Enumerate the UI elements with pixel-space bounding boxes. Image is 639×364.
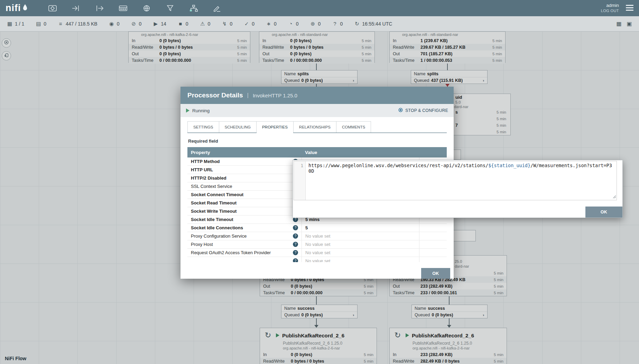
up-to-date-status: ✓ 0 <box>244 21 254 27</box>
not-transmitting-icon: ⊘ <box>131 21 136 27</box>
invalid-status: ⚠ 0 <box>200 21 211 27</box>
stop-configure-icon <box>398 107 403 114</box>
output-port-icon[interactable] <box>94 4 105 13</box>
queued-icon: ≡ <box>58 21 63 27</box>
running-icon: ▶ <box>153 21 158 27</box>
flow-status-bar: ▦ 1 / 1 ▤ 0 ≡ 447 / 118.5 KB ◉ 0 ⊘ 0 ▶ 1… <box>0 16 639 31</box>
help-icon[interactable]: ? <box>293 242 298 247</box>
process-group-icon[interactable] <box>118 4 129 13</box>
panel-icon[interactable]: ▣ <box>627 20 632 27</box>
run-state-label: Running <box>192 108 210 113</box>
stop-and-configure-button[interactable]: STOP & CONFIGURE <box>398 107 448 114</box>
property-value[interactable]: No value set <box>302 257 419 262</box>
help-icon[interactable]: ? <box>293 250 298 255</box>
processor-icon[interactable] <box>47 4 58 13</box>
transmitting-icon: ◉ <box>109 21 114 27</box>
locally-modified-status: ∗ 0 <box>266 21 277 27</box>
invalid-icon: ⚠ <box>200 21 205 27</box>
nifi-screen: nifi admin LOG OU <box>0 0 639 364</box>
tab-properties[interactable]: PROPERTIES <box>256 121 294 133</box>
last-refreshed: ↻ 16:55:44 UTC <box>354 21 392 27</box>
line-number: 1 <box>300 163 303 168</box>
not-transmitting-status: ⊘ 0 <box>131 21 141 27</box>
tab-relationships[interactable]: RELATIONSHIPS <box>293 121 336 133</box>
property-row: Request OAuth2 Access Token Provider? No… <box>187 249 447 257</box>
logo-text: nifi <box>6 3 21 13</box>
locally-modified-stale-status: ⊛ 0 <box>310 21 321 27</box>
global-menu-icon[interactable] <box>626 5 633 12</box>
running-state-icon <box>186 108 189 113</box>
refresh-icon[interactable]: ↻ <box>354 21 360 27</box>
user-box: admin LOG OUT <box>601 3 619 13</box>
property-value[interactable]: No value set <box>302 232 419 240</box>
tab-settings[interactable]: SETTINGS <box>187 121 219 133</box>
sync-failure-icon: ? <box>332 21 337 27</box>
property-value[interactable]: 5 <box>302 224 419 232</box>
sync-failure-status: ? 0 <box>332 21 343 27</box>
nifi-logo: nifi <box>6 3 28 13</box>
nifi-drop-icon <box>22 3 28 13</box>
cluster-status: ▦ 1 / 1 <box>7 21 24 27</box>
funnel-icon[interactable] <box>165 4 176 13</box>
tab-scheduling[interactable]: SCHEDULING <box>219 121 257 133</box>
disabled-status: ↯ 0 <box>222 21 232 27</box>
dialog-subtitle: InvokeHTTP 1.25.0 <box>253 93 297 98</box>
label-icon[interactable] <box>212 4 223 13</box>
property-row: Proxy Configuration Service? No value se… <box>187 232 447 240</box>
grid-icon[interactable]: ▦ <box>616 20 622 27</box>
property-value[interactable]: No value set <box>302 249 419 257</box>
stale-status: ◔ 0 <box>288 21 299 27</box>
stale-icon: ◔ <box>288 21 294 27</box>
editor-ok-button[interactable]: OK <box>585 207 622 218</box>
transmitting-status: ◉ 0 <box>109 21 120 27</box>
stopped-icon: ■ <box>178 21 183 27</box>
dialog-title: Processor Details <box>187 92 243 99</box>
current-user: admin <box>601 3 619 9</box>
up-to-date-icon: ✓ <box>244 21 249 27</box>
stopped-status: ■ 0 <box>178 21 188 27</box>
component-toolbar <box>47 4 223 13</box>
resize-handle[interactable] <box>612 194 616 200</box>
expression-editor: 1 https://www.pegelonline.wsv.de/webserv… <box>294 161 617 200</box>
queued-status: ≡ 447 / 118.5 KB <box>58 21 98 27</box>
logout-link[interactable]: LOG OUT <box>601 9 619 13</box>
input-port-icon[interactable] <box>71 4 82 13</box>
active-threads-status: ▤ 0 <box>36 21 46 27</box>
disabled-icon: ↯ <box>222 21 227 27</box>
line-number-gutter: 1 <box>294 161 306 200</box>
dialog-header: Processor Details | InvokeHTTP 1.25.0 <box>180 87 454 104</box>
help-icon[interactable]: ? <box>293 225 298 230</box>
expression-language-token: ${station_uuid} <box>488 163 530 168</box>
running-status: ▶ 14 <box>153 21 166 27</box>
locally-modified-icon: ∗ <box>266 21 271 27</box>
property-row: ? No value set <box>187 257 447 262</box>
property-row: Proxy Host? No value set <box>187 240 447 249</box>
dialog-status-row: Running STOP & CONFIGURE <box>180 104 454 117</box>
dialog-ok-button[interactable]: OK <box>421 268 450 279</box>
property-value[interactable]: No value set <box>302 240 419 248</box>
properties-table-header: Property Value <box>187 147 447 157</box>
help-icon[interactable]: ? <box>293 233 298 239</box>
template-icon[interactable] <box>188 4 199 13</box>
cluster-icon: ▦ <box>7 21 12 27</box>
help-icon[interactable]: ? <box>293 258 298 262</box>
property-row: Socket Idle Connections? 5 <box>187 224 447 232</box>
app-header: nifi admin LOG OU <box>0 0 639 16</box>
dialog-tabs: SETTINGS SCHEDULING PROPERTIES RELATIONS… <box>187 121 447 133</box>
tab-comments[interactable]: COMMENTS <box>336 121 371 133</box>
remote-process-group-icon[interactable] <box>141 4 152 13</box>
property-value-editor: 1 https://www.pegelonline.wsv.de/webserv… <box>293 160 623 218</box>
required-field-note: Required field <box>188 138 447 144</box>
locally-modified-stale-icon: ⊛ <box>310 21 316 27</box>
threads-icon: ▤ <box>36 21 41 27</box>
editor-content[interactable]: https://www.pegelonline.wsv.de/webservic… <box>306 161 617 200</box>
